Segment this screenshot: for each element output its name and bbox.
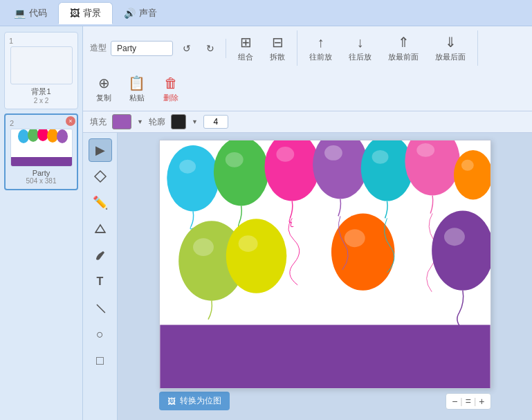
sound-icon: 🔊: [124, 8, 136, 19]
convert-to-bitmap-button[interactable]: 🖼 转换为位图: [159, 392, 230, 410]
group-section: ⊞ 组合 ⊟ 拆散: [232, 30, 297, 66]
back-label: 放最后面: [435, 52, 466, 62]
redo-button[interactable]: ↻: [201, 39, 220, 58]
item-number-2: 2: [10, 119, 14, 127]
shape-input[interactable]: [111, 41, 173, 56]
paste-icon: 📋: [128, 75, 145, 91]
party-thumbnail-svg: [11, 129, 73, 167]
zoom-fit-button[interactable]: =: [466, 396, 471, 407]
zoom-divider2: |: [474, 396, 476, 406]
canvas-board[interactable]: [159, 140, 491, 389]
svg-point-26: [193, 238, 214, 256]
bg-icon: 🖼: [70, 8, 80, 19]
party-scene-svg: [160, 140, 490, 388]
svg-point-18: [324, 145, 342, 161]
stroke-width-input[interactable]: [203, 115, 228, 129]
tool-fill[interactable]: [89, 244, 112, 267]
code-icon: 💻: [14, 8, 26, 19]
front-icon: ⇑: [398, 34, 410, 51]
left-panel: 1 背景1 2 x 2 2 × Par: [0, 26, 83, 420]
canvas-container: ▶ ✏️ T | ○ □: [83, 133, 532, 420]
ungroup-label: 拆散: [270, 52, 285, 62]
zoom-out-button[interactable]: −: [452, 396, 457, 407]
svg-point-16: [276, 147, 294, 162]
forward-label: 往前放: [309, 52, 332, 62]
svg-marker-7: [95, 171, 106, 182]
zoom-in-button[interactable]: +: [479, 396, 484, 407]
canvas-main: 🖼 转换为位图 − | = | +: [118, 133, 532, 420]
forward-button[interactable]: ↑ 往前放: [303, 31, 338, 66]
convert-icon: 🖼: [167, 396, 176, 406]
svg-rect-6: [11, 157, 73, 167]
svg-point-5: [57, 129, 68, 143]
shape-section: 造型 ↺ ↻: [90, 39, 226, 58]
tab-sound[interactable]: 🔊 声音: [113, 3, 168, 24]
zoom-divider: |: [460, 396, 462, 406]
svg-point-28: [238, 235, 257, 252]
svg-point-12: [179, 160, 196, 174]
fill-label: 填充: [90, 116, 107, 128]
svg-point-24: [461, 160, 473, 171]
order-section: ↑ 往前放 ↓ 往后放 ⇑ 放最前面 ⇓ 放最后面: [303, 30, 478, 66]
tool-brush[interactable]: ✏️: [89, 191, 112, 214]
fill-color-swatch[interactable]: [112, 114, 131, 129]
tool-reshape[interactable]: [89, 165, 112, 188]
zoom-controls: − | = | +: [446, 393, 490, 410]
edit-section: ⊕ 复制 📋 粘贴 🗑 删除: [90, 71, 192, 107]
tab-sound-label: 声音: [139, 7, 157, 19]
svg-rect-10: [160, 325, 490, 388]
paste-button[interactable]: 📋 粘贴: [122, 71, 152, 107]
copy-button[interactable]: ⊕ 复制: [90, 71, 118, 107]
tool-select[interactable]: ▶: [89, 138, 112, 162]
tab-background[interactable]: 🖼 背景: [58, 2, 113, 24]
forward-icon: ↑: [318, 35, 324, 51]
svg-point-14: [225, 152, 243, 167]
copy-label: 复制: [96, 93, 111, 103]
stroke-dropdown-arrow[interactable]: ▼: [192, 118, 198, 125]
fill-stroke-toolbar: 填充 ▼ 轮廓 ▼: [83, 111, 532, 133]
item-name-1: 背景1: [31, 86, 51, 97]
stroke-color-swatch[interactable]: [171, 114, 186, 129]
back-button[interactable]: ⇓ 放最后面: [429, 30, 472, 66]
item-size-1: 2 x 2: [34, 97, 49, 104]
convert-btn-label: 转换为位图: [180, 395, 221, 407]
tool-text[interactable]: T: [89, 270, 112, 293]
svg-point-32: [444, 228, 465, 246]
paste-label: 粘贴: [129, 93, 145, 103]
back-icon: ⇓: [445, 34, 457, 51]
tool-rect[interactable]: □: [89, 349, 112, 372]
background-item-1[interactable]: 1 背景1 2 x 2: [4, 32, 78, 109]
shape-label: 造型: [90, 42, 107, 54]
svg-point-20: [372, 150, 388, 164]
ungroup-button[interactable]: ⊟ 拆散: [264, 30, 291, 66]
tab-bar: 💻 代码 🖼 背景 🔊 声音: [0, 0, 532, 26]
fill-dropdown-arrow[interactable]: ▼: [137, 118, 143, 125]
svg-point-1: [18, 129, 29, 143]
tool-eraser[interactable]: [89, 217, 112, 241]
item-number-1: 1: [9, 37, 13, 45]
tool-line[interactable]: |: [83, 291, 116, 325]
tool-circle[interactable]: ○: [89, 322, 112, 346]
main-layout: 1 背景1 2 x 2 2 × Par: [0, 26, 532, 420]
group-button[interactable]: ⊞ 组合: [232, 30, 259, 66]
svg-point-22: [416, 143, 434, 157]
blank-preview: [10, 46, 73, 84]
right-area: 造型 ↺ ↻ ⊞ 组合 ⊟ 拆散 ↑ 往前放: [83, 26, 532, 420]
tab-code-label: 代码: [29, 7, 47, 19]
canvas-bottom-bar: 🖼 转换为位图 − | = | +: [159, 392, 491, 410]
front-button[interactable]: ⇑ 放最前面: [382, 30, 425, 66]
item-size-2: 504 x 381: [26, 177, 57, 185]
backward-button[interactable]: ↓ 往后放: [342, 31, 378, 66]
undo-button[interactable]: ↺: [177, 39, 196, 58]
close-item-2[interactable]: ×: [66, 116, 75, 126]
party-preview: [10, 129, 73, 167]
background-item-2[interactable]: 2 × Party 504 x 381: [4, 113, 78, 190]
delete-button[interactable]: 🗑 删除: [156, 72, 186, 107]
tab-code[interactable]: 💻 代码: [3, 3, 58, 24]
copy-icon: ⊕: [98, 75, 110, 91]
svg-point-11: [167, 145, 219, 211]
backward-label: 往后放: [349, 52, 372, 62]
group-icon: ⊞: [240, 34, 252, 51]
item-name-2: Party: [33, 169, 51, 177]
toolbar: 造型 ↺ ↻ ⊞ 组合 ⊟ 拆散 ↑ 往前放: [83, 26, 532, 111]
